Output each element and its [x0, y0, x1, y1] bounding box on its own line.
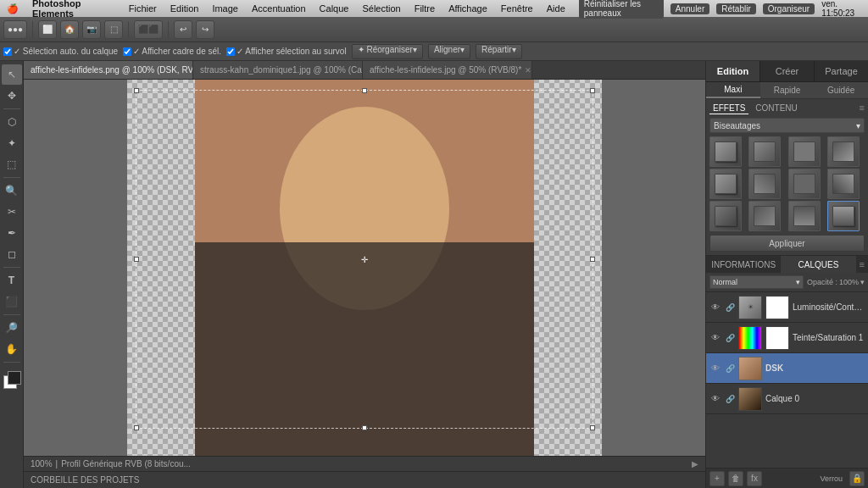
tool-shape[interactable]: ⬛ [2, 291, 22, 312]
layer-link-1[interactable]: 🔗 [725, 333, 735, 343]
reinit-panneaux-btn[interactable]: Réinitialiser les panneaux [579, 0, 664, 19]
menu-fenetre[interactable]: Fenêtre [501, 3, 533, 14]
panel-subtab-maxi[interactable]: Maxi [706, 82, 760, 98]
tool-eraser[interactable]: ◻ [2, 244, 22, 264]
layer-eye-1[interactable]: 👁 [709, 332, 721, 344]
toolbar-btn-6[interactable]: ⬛⬛ [134, 20, 163, 39]
tool-brush[interactable]: ✒ [2, 223, 22, 243]
layer-link-3[interactable]: 🔗 [725, 394, 735, 404]
apply-button[interactable]: Appliquer [709, 235, 865, 252]
reorganiser-btn[interactable]: ✦ Réorganiser▾ [352, 44, 423, 59]
effect-8[interactable] [709, 201, 742, 231]
layers-menu-icon[interactable]: ≡ [856, 259, 868, 269]
toolbar-btn-4[interactable]: 📷 [82, 20, 101, 39]
layer-item-1[interactable]: 👁 🔗 Teinte/Saturation 1 [706, 323, 868, 353]
tab-2[interactable]: affiche-les-infideles.jpg @ 50% (RVB/8)*… [363, 61, 532, 80]
effect-7[interactable] [827, 169, 860, 199]
blend-mode-select[interactable]: Normal ▾ [709, 275, 804, 289]
effects-dropdown[interactable]: Biseautages ▾ [709, 118, 865, 133]
canvas-wrapper[interactable]: ✛ [24, 80, 705, 456]
tool-healing[interactable]: ✂ [2, 202, 22, 222]
afficher-cadre-check[interactable]: ✓ Afficher cadre de sél. [123, 47, 221, 56]
menu-fichier[interactable]: Fichier [129, 3, 157, 14]
effect-0[interactable] [709, 136, 742, 167]
menu-calque[interactable]: Calque [320, 3, 349, 14]
layer-item-2[interactable]: 👁 🔗 DSK [706, 353, 868, 384]
tool-text[interactable]: T [2, 270, 22, 291]
effect-inner-3 [832, 141, 854, 162]
selection-auto-check[interactable]: ✓ Sélection auto. du calque [3, 47, 118, 56]
tool-lasso[interactable]: ⬡ [2, 112, 22, 132]
layer-thumb-2 [738, 357, 762, 380]
annuler-btn[interactable]: Annuler [670, 3, 709, 14]
menu-selection[interactable]: Sélection [362, 3, 400, 14]
layers-footer: + 🗑 fx Verrou 🔒 [706, 468, 868, 488]
fx-layer-btn[interactable]: fx [747, 471, 762, 486]
menu-accentuation[interactable]: Accentuation [252, 3, 306, 14]
effect-11[interactable] [827, 201, 860, 231]
menu-edition[interactable]: Edition [170, 3, 199, 14]
effects-menu-icon[interactable]: ≡ [860, 103, 865, 114]
effect-5[interactable] [748, 169, 781, 199]
layer-eye-2[interactable]: 👁 [709, 363, 721, 374]
toolbar-btn-2[interactable]: ⬜ [38, 20, 57, 39]
panel-tab-partage[interactable]: Partage [815, 61, 868, 81]
apple-menu[interactable]: 🍎 [7, 3, 19, 14]
new-layer-btn[interactable]: + [709, 471, 725, 486]
effect-1[interactable] [748, 136, 781, 167]
menu-affichage[interactable]: Affichage [448, 3, 487, 14]
effect-6[interactable] [788, 169, 821, 199]
scroll-right-btn[interactable]: ▶ [692, 459, 698, 469]
menu-image[interactable]: Image [212, 3, 238, 14]
tool-eyedropper[interactable]: 🔍 [2, 180, 22, 201]
layers-tab-info[interactable]: INFORMATIONS [706, 256, 781, 273]
tool-select[interactable]: ↖ [2, 64, 22, 85]
panel-subtab-guidee[interactable]: Guidée [814, 82, 868, 98]
layer-thumb-0: ☀ [738, 296, 762, 319]
menu-filtre[interactable]: Filtre [415, 3, 435, 14]
layer-eye-0[interactable]: 👁 [709, 302, 721, 313]
effect-3[interactable] [827, 136, 860, 167]
layers-tab-calques[interactable]: CALQUES [781, 256, 855, 273]
foreground-color[interactable] [8, 371, 21, 385]
tab-1[interactable]: strauss-kahn_dominique1.jpg @ 100% (Calq… [193, 61, 363, 80]
app-name: Photoshop Elements [32, 0, 115, 19]
toolbar-btn-3[interactable]: 🏠 [60, 20, 79, 39]
toolbar-btn-7[interactable]: ↩ [174, 20, 192, 39]
layer-mask-1 [765, 326, 789, 350]
aligner-btn[interactable]: Aligner▾ [428, 44, 470, 59]
layer-eye-3[interactable]: 👁 [709, 393, 721, 405]
menu-aide[interactable]: Aide [547, 3, 565, 14]
tool-zoom[interactable]: 🔎 [2, 318, 22, 338]
repartir-btn[interactable]: Répartir▾ [476, 44, 522, 59]
afficher-survol-check[interactable]: ✓ Afficher sélection au survol [226, 47, 347, 56]
layer-link-2[interactable]: 🔗 [725, 363, 735, 374]
tool-crop[interactable]: ⬚ [2, 154, 22, 175]
lock-btn[interactable]: 🔒 [849, 471, 865, 486]
toolbar-btn-5[interactable]: ⬚ [104, 20, 123, 39]
effects-tab-effets[interactable]: EFFETS [709, 103, 748, 114]
tool-magic-wand[interactable]: ✦ [2, 133, 22, 153]
panel-tab-edition[interactable]: Edition [706, 61, 760, 81]
effect-10[interactable] [788, 201, 821, 231]
delete-layer-btn[interactable]: 🗑 [728, 471, 743, 486]
panel-tab-creer[interactable]: Créer [760, 61, 815, 81]
panel-subtab-rapide[interactable]: Rapide [760, 82, 815, 98]
layer-item-3[interactable]: 👁 🔗 Calque 0 [706, 384, 868, 414]
effect-4[interactable] [709, 169, 742, 199]
tab-2-close[interactable]: ✕ [525, 66, 531, 75]
tool-hand[interactable]: ✋ [2, 339, 22, 359]
organiseur-btn[interactable]: Organiseur [763, 3, 815, 14]
toolbar-btn-8[interactable]: ↪ [196, 20, 214, 39]
layer-item-0[interactable]: 👁 🔗 ☀ Luminosité/Contraste 1 [706, 292, 868, 323]
effect-2[interactable] [788, 136, 821, 167]
opacity-value[interactable]: 100% [839, 278, 859, 286]
layer-link-0[interactable]: 🔗 [725, 302, 735, 313]
effects-tab-contenu[interactable]: CONTENU [752, 103, 800, 114]
toolbar-btn-1[interactable]: ●●● [3, 20, 27, 39]
opacity-chevron[interactable]: ▾ [860, 278, 865, 286]
tool-move[interactable]: ✥ [2, 86, 22, 106]
tab-0[interactable]: affiche-les-infideles.png @ 100% (DSK, R… [24, 61, 193, 80]
effect-9[interactable] [748, 201, 781, 231]
retablir-btn[interactable]: Rétablir [716, 3, 755, 14]
